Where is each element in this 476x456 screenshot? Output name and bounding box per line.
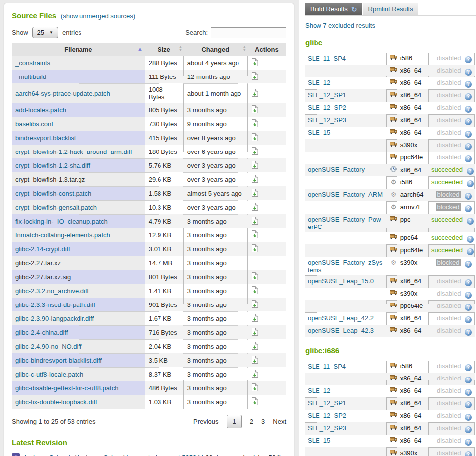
download-file-icon[interactable] — [251, 119, 258, 129]
repository-link[interactable]: SLE_12 — [308, 387, 330, 394]
file-link[interactable]: crypt_blowfish-1.2-sha.diff — [15, 162, 90, 169]
arch-label[interactable]: x86_64 — [400, 399, 422, 407]
download-file-icon[interactable] — [251, 58, 258, 68]
download-file-icon[interactable] — [251, 72, 258, 81]
repository-link[interactable]: openSUSE_Factory_ARM — [308, 191, 383, 198]
repository-link[interactable]: SLE_12_SP3 — [308, 424, 346, 432]
build-status[interactable]: disabled — [437, 399, 461, 407]
file-link[interactable]: _multibuild — [15, 73, 46, 80]
help-icon[interactable]: ? — [465, 316, 472, 323]
file-link[interactable]: glibc-2.3.90-langpackdir.diff — [15, 315, 94, 322]
download-file-icon[interactable] — [251, 175, 258, 184]
arch-label[interactable]: x86_64 — [400, 314, 422, 322]
help-icon[interactable]: ? — [465, 205, 472, 212]
build-status[interactable]: disabled — [437, 362, 461, 370]
build-status[interactable]: disabled — [437, 277, 461, 285]
arch-label[interactable]: s390x — [400, 141, 418, 149]
build-status[interactable]: disabled — [437, 129, 461, 136]
repository-link[interactable]: openSUSE_Factory_PowerPC — [308, 216, 381, 230]
file-link[interactable]: add-locales.patch — [15, 106, 66, 114]
repository-link[interactable]: openSUSE_Factory — [308, 166, 365, 173]
download-file-icon[interactable] — [251, 300, 258, 309]
build-status[interactable]: succeeded — [431, 216, 463, 223]
download-file-icon[interactable] — [251, 230, 258, 240]
arch-label[interactable]: x86_64 — [400, 166, 422, 174]
arch-label[interactable]: ppc — [400, 216, 411, 223]
help-icon[interactable]: ? — [465, 279, 472, 286]
help-icon[interactable]: ? — [465, 93, 472, 100]
help-icon[interactable]: ? — [465, 56, 472, 63]
repository-link[interactable]: SLE_11_SP4 — [308, 55, 346, 62]
download-file-icon[interactable] — [251, 383, 258, 393]
help-icon[interactable]: ? — [465, 81, 472, 88]
repository-link[interactable]: openSUSE_Factory_zSystems — [308, 259, 382, 274]
help-icon[interactable]: ? — [465, 261, 472, 268]
help-icon[interactable]: ? — [467, 168, 474, 175]
help-icon[interactable]: ? — [465, 414, 472, 421]
download-file-icon[interactable] — [251, 342, 258, 351]
arch-label[interactable]: x86_64 — [400, 387, 422, 394]
build-status[interactable]: disabled — [437, 424, 461, 432]
build-status[interactable]: disabled — [437, 67, 461, 74]
build-status[interactable]: disabled — [437, 54, 461, 62]
download-file-icon[interactable] — [251, 105, 258, 115]
help-icon[interactable]: ? — [465, 69, 472, 76]
column-header-changed[interactable]: Changed ▲▼ — [183, 43, 247, 56]
build-status[interactable]: disabled — [437, 387, 461, 394]
pagination-page-1[interactable]: 1 — [227, 415, 242, 428]
build-status[interactable]: disabled — [437, 153, 461, 161]
request-link[interactable]: request 595944 — [159, 454, 203, 456]
help-icon[interactable]: ? — [467, 248, 474, 255]
build-status[interactable]: disabled — [437, 79, 461, 86]
help-icon[interactable]: ? — [465, 131, 472, 138]
page-length-select[interactable]: 25 ▼ — [32, 27, 58, 38]
help-icon[interactable]: ? — [465, 143, 472, 150]
file-link[interactable]: crypt_blowfish-1.2-hack_around_arm.diff — [15, 148, 132, 155]
arch-label[interactable]: ppc64le — [400, 302, 423, 309]
download-file-icon[interactable] — [251, 217, 258, 226]
refresh-icon[interactable]: ↻ — [351, 6, 357, 13]
file-link[interactable]: glibc-bindresvport-blacklist.diff — [15, 357, 102, 364]
show-excluded-results-link[interactable]: Show 7 excluded results — [305, 22, 375, 29]
file-link[interactable]: _constraints — [15, 59, 50, 67]
file-link[interactable]: glibc-fix-double-loopback.diff — [15, 398, 97, 406]
arch-label[interactable]: x86_64 — [400, 104, 422, 111]
help-icon[interactable]: ? — [465, 118, 472, 125]
help-icon[interactable]: ? — [465, 292, 472, 299]
file-link[interactable]: glibc-2.27.tar.xz.sig — [15, 273, 71, 281]
download-file-icon[interactable] — [251, 89, 258, 98]
repository-link[interactable]: SLE_15 — [308, 129, 330, 136]
build-status[interactable]: blocked — [436, 191, 461, 198]
download-file-icon[interactable] — [251, 161, 258, 170]
arch-label[interactable]: x86_64 — [400, 67, 422, 74]
build-status[interactable]: blocked — [436, 203, 461, 211]
arch-label[interactable]: x86_64 — [400, 437, 422, 444]
file-link[interactable]: crypt_blowfish-gensalt.patch — [15, 204, 97, 211]
tab-build-results[interactable]: Build Results ↻ — [305, 3, 362, 15]
arch-label[interactable]: x86_64 — [400, 327, 422, 334]
help-icon[interactable]: ? — [467, 180, 474, 187]
arch-label[interactable]: x86_64 — [400, 375, 422, 382]
column-header-filename[interactable]: Filename ▲ — [12, 43, 145, 56]
arch-label[interactable]: ppc64le — [400, 246, 423, 254]
build-status[interactable]: blocked — [436, 259, 461, 266]
help-icon[interactable]: ? — [465, 193, 472, 200]
repository-link[interactable]: openSUSE_Leap_15.0 — [308, 277, 374, 285]
arch-label[interactable]: x86_64 — [400, 412, 422, 419]
build-status[interactable]: disabled — [437, 314, 461, 322]
arch-label[interactable]: i586 — [400, 178, 413, 186]
download-file-icon[interactable] — [251, 286, 258, 296]
download-file-icon[interactable] — [251, 397, 258, 407]
download-file-icon[interactable] — [251, 189, 258, 198]
download-file-icon[interactable] — [251, 272, 258, 282]
arch-label[interactable]: i586 — [400, 54, 413, 62]
build-status[interactable]: succeeded — [431, 166, 463, 173]
file-link[interactable]: crypt_blowfish-1.3.tar.gz — [15, 176, 85, 183]
file-link[interactable]: glibc-disable-gettext-for-c-utf8.patch — [15, 384, 118, 392]
arch-label[interactable]: x86_64 — [400, 79, 422, 86]
help-icon[interactable]: ? — [467, 236, 474, 243]
arch-label[interactable]: i586 — [400, 362, 413, 370]
file-link[interactable]: glibc-2.4-china.diff — [15, 329, 68, 336]
pagination-page-2[interactable]: 2 — [250, 418, 253, 425]
arch-label[interactable]: x86_64 — [400, 116, 422, 124]
